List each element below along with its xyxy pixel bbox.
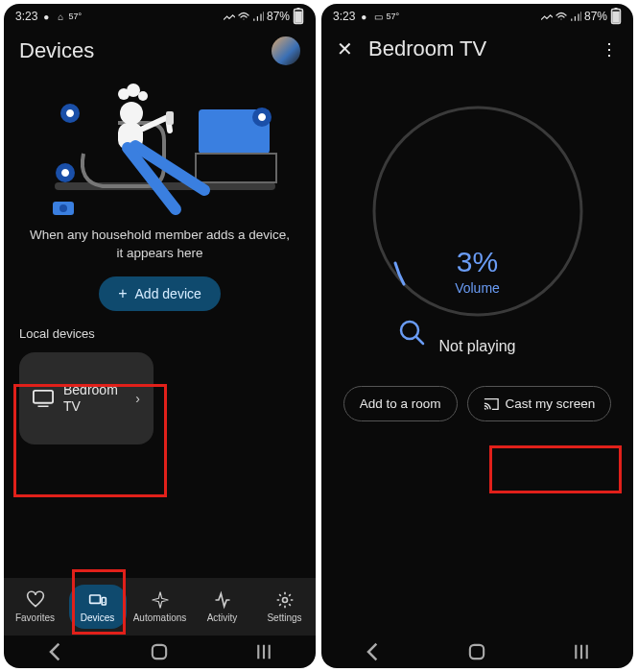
close-icon[interactable]: ✕: [337, 37, 353, 60]
battery-icon: [610, 11, 622, 22]
chevron-right-icon: ›: [135, 391, 140, 406]
more-icon[interactable]: ⋯: [600, 41, 621, 57]
add-to-room-button[interactable]: Add to a room: [343, 386, 458, 421]
tab-favorites[interactable]: Favorites: [7, 585, 64, 629]
signal-icon: [252, 11, 264, 22]
android-nav-bar: [321, 636, 633, 668]
tv-icon: [33, 390, 54, 407]
devices-icon: [88, 590, 107, 610]
svg-rect-20: [102, 598, 106, 606]
plus-icon: +: [118, 286, 127, 301]
wifi-calling-icon: [541, 11, 553, 22]
svg-rect-28: [612, 12, 620, 23]
android-nav-bar: [4, 636, 316, 668]
local-devices-label: Local devices: [4, 321, 316, 347]
page-title: Devices: [19, 38, 94, 63]
playback-state: Not playing: [321, 296, 633, 355]
notif-icon-3: 57°: [387, 11, 398, 22]
avatar[interactable]: [272, 36, 300, 65]
bottom-tab-bar: Favorites Devices Automations Activity S…: [4, 578, 316, 636]
volume-label: Volume: [321, 280, 633, 296]
empty-illustration: [4, 71, 316, 221]
nav-home[interactable]: [150, 642, 169, 661]
notif-icon-3: 57°: [69, 11, 81, 22]
battery-icon: [293, 11, 304, 22]
svg-line-32: [416, 337, 423, 344]
wifi-icon: [238, 11, 249, 22]
notif-icon-1: ●: [40, 11, 52, 22]
gear-icon: [275, 590, 295, 610]
svg-point-22: [282, 598, 287, 603]
device-title: Bedroom TV: [368, 36, 486, 61]
volume-percent: 3%: [321, 246, 633, 278]
heart-icon: [26, 590, 45, 610]
notif-icon-1: ●: [358, 11, 369, 22]
tab-settings-label: Settings: [267, 612, 301, 623]
svg-rect-6: [196, 154, 276, 182]
wifi-calling-icon: [224, 11, 235, 22]
svg-point-7: [120, 102, 143, 125]
status-bar: 3:23 ● ▭ 57° 87%: [321, 4, 633, 29]
cast-label: Cast my screen: [506, 396, 596, 411]
page-header: Devices: [4, 29, 316, 71]
magnify-icon[interactable]: [398, 319, 425, 346]
svg-point-21: [103, 602, 105, 604]
nav-back[interactable]: [46, 642, 65, 661]
status-time: 3:23: [15, 10, 37, 23]
notif-icon-2: ▭: [372, 11, 384, 22]
cast-my-screen-button[interactable]: Cast my screen: [467, 386, 612, 421]
nav-recents[interactable]: [572, 642, 591, 661]
tab-devices[interactable]: Devices: [69, 585, 127, 629]
signal-icon: [570, 11, 581, 22]
svg-point-10: [138, 91, 148, 101]
highlight-cast-button: [489, 445, 622, 493]
nav-back[interactable]: [364, 642, 383, 661]
device-card-bedroom-tv[interactable]: Bedroom TV ›: [19, 352, 154, 444]
sparkle-icon: [151, 590, 170, 610]
add-to-room-label: Add to a room: [360, 396, 441, 411]
tab-activity[interactable]: Activity: [194, 585, 251, 629]
wifi-icon: [555, 11, 567, 22]
status-battery: 87%: [267, 10, 290, 23]
tab-favorites-label: Favorites: [15, 612, 55, 623]
status-time: 3:23: [333, 10, 355, 23]
tab-settings[interactable]: Settings: [256, 585, 314, 629]
svg-rect-1: [295, 12, 302, 23]
tab-automations[interactable]: Automations: [131, 585, 189, 629]
device-name: Bedroom TV: [63, 382, 126, 415]
nav-recents[interactable]: [254, 642, 273, 661]
svg-rect-23: [153, 645, 166, 659]
svg-rect-19: [89, 595, 100, 603]
svg-point-14: [59, 204, 67, 212]
cast-icon: [484, 397, 499, 411]
action-row: Add to a room Cast my screen: [321, 355, 633, 421]
svg-rect-12: [166, 111, 174, 125]
phone-left: 3:23 ● ⌂ 57° 87% Devices: [4, 4, 316, 668]
svg-rect-2: [297, 8, 300, 10]
tab-activity-label: Activity: [207, 612, 238, 623]
add-device-label: Add device: [135, 286, 201, 301]
device-header: ✕ Bedroom TV ⋯: [321, 29, 633, 67]
phone-right: 3:23 ● ▭ 57° 87% ✕ Bedroom TV ⋯: [321, 4, 633, 668]
svg-rect-33: [470, 645, 484, 659]
svg-point-9: [127, 84, 140, 97]
tab-devices-label: Devices: [81, 612, 115, 623]
notif-icon-2: ⌂: [55, 11, 66, 22]
nav-home[interactable]: [467, 642, 486, 661]
svg-rect-17: [34, 391, 53, 403]
status-bar: 3:23 ● ⌂ 57° 87%: [4, 4, 316, 29]
empty-state-message: When any household member adds a device,…: [4, 221, 316, 263]
status-battery: 87%: [584, 10, 607, 23]
add-device-button[interactable]: + Add device: [99, 276, 221, 311]
activity-icon: [213, 590, 232, 610]
tab-automations-label: Automations: [133, 612, 187, 623]
svg-rect-29: [615, 8, 618, 10]
